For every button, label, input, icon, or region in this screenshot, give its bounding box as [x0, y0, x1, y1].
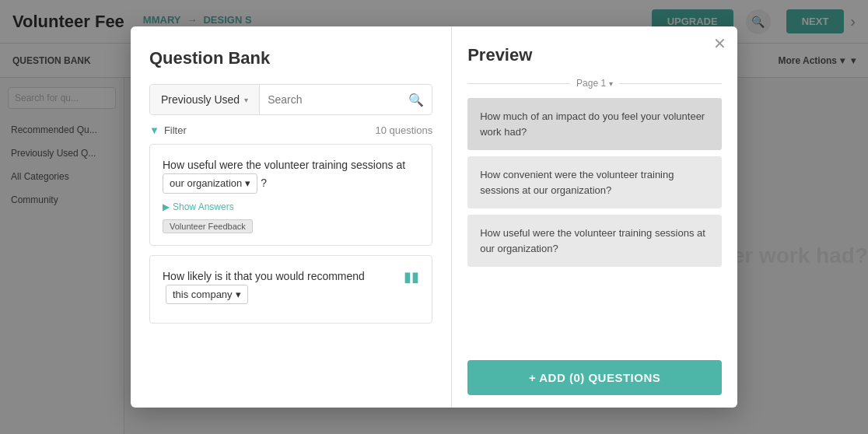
search-row: Previously Used ▾ 🔍 — [149, 84, 432, 115]
search-input-wrap: 🔍 — [260, 85, 432, 114]
close-button[interactable]: ✕ — [713, 36, 726, 51]
page-line-right — [619, 83, 722, 84]
q2-inline-arrow: ▾ — [236, 287, 241, 303]
search-submit-icon[interactable]: 🔍 — [408, 93, 424, 107]
preview-item-3: How useful were the volunteer training s… — [467, 215, 722, 267]
q1-inline-label: our organization — [170, 176, 242, 191]
search-input[interactable] — [268, 93, 404, 106]
q2-inline-label: this company — [173, 287, 233, 303]
question-bank-modal: ✕ Question Bank Previously Used ▾ 🔍 ▼ Fi… — [131, 26, 737, 408]
left-panel: Question Bank Previously Used ▾ 🔍 ▼ Filt… — [131, 26, 452, 408]
show-answers-label: Show Answers — [173, 201, 234, 212]
q1-text-after: ? — [261, 177, 267, 189]
show-answers-arrow: ▶ — [163, 201, 170, 212]
preview-item-1-text: How much of an impact do you feel your v… — [480, 110, 705, 138]
question-text-1: How useful were the volunteer training s… — [163, 157, 419, 194]
question-card-second: How likely is it that you would recommen… — [163, 268, 419, 311]
question-card-1: How useful were the volunteer training s… — [149, 144, 432, 246]
right-panel: Preview Page 1 ▾ How much of an impact d… — [452, 26, 737, 408]
preview-item-3-text: How useful were the volunteer training s… — [480, 227, 705, 254]
questions-count: 10 questions — [375, 124, 432, 136]
tag-badge-1: Volunteer Feedback — [163, 219, 253, 233]
page-indicator: Page 1 ▾ — [467, 78, 722, 89]
q2-company-dropdown[interactable]: this company ▾ — [166, 285, 248, 305]
q2-text-before: How likely is it that you would recommen… — [163, 270, 365, 282]
previously-used-dropdown[interactable]: Previously Used ▾ — [150, 85, 260, 114]
bookmark-icon[interactable]: ▮▮ — [404, 268, 419, 285]
dropdown-arrow-icon: ▾ — [244, 96, 248, 104]
preview-item-2-text: How convenient were the volunteer traini… — [480, 169, 674, 196]
filter-row: ▼ Filter 10 questions — [149, 124, 432, 136]
page-text: Page 1 — [576, 78, 606, 89]
q1-org-dropdown[interactable]: our organization ▾ — [163, 173, 257, 194]
show-answers-link-1[interactable]: ▶ Show Answers — [163, 201, 234, 212]
modal-overlay: ✕ Question Bank Previously Used ▾ 🔍 ▼ Fi… — [0, 0, 868, 434]
questions-list: How useful were the volunteer training s… — [131, 144, 451, 408]
dropdown-label: Previously Used — [161, 93, 240, 106]
page-label: Page 1 ▾ — [576, 78, 613, 89]
page-line-left — [467, 83, 570, 84]
preview-list: How much of an impact do you feel your v… — [467, 98, 722, 351]
add-questions-button[interactable]: + ADD (0) QUESTIONS — [467, 360, 722, 395]
q1-inline-arrow: ▾ — [245, 176, 250, 191]
tag-row-1: Volunteer Feedback — [163, 219, 419, 233]
page-chevron-icon: ▾ — [609, 79, 613, 88]
filter-button[interactable]: ▼ Filter — [149, 124, 187, 136]
filter-label: Filter — [164, 124, 187, 136]
question-bank-title: Question Bank — [149, 48, 432, 68]
q1-text-before: How useful were the volunteer training s… — [163, 159, 405, 171]
question-meta-1: ▶ Show Answers — [163, 201, 419, 212]
question-card-2: How likely is it that you would recommen… — [149, 255, 432, 324]
question-text-2: How likely is it that you would recommen… — [163, 268, 404, 305]
preview-item-1: How much of an impact do you feel your v… — [467, 98, 722, 150]
preview-item-2: How convenient were the volunteer traini… — [467, 156, 722, 208]
preview-title: Preview — [467, 45, 722, 65]
filter-icon: ▼ — [149, 124, 159, 136]
